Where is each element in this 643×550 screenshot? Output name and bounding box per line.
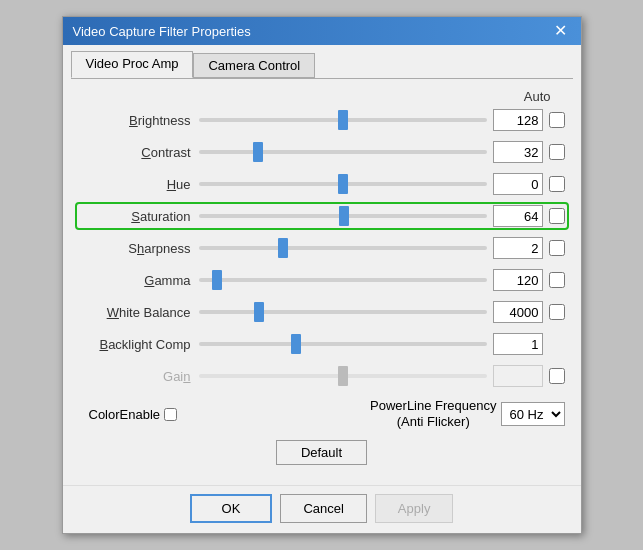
contrast-label: Contrast: [79, 145, 199, 160]
color-enable-checkbox[interactable]: [164, 408, 177, 421]
dialog-title: Video Capture Filter Properties: [73, 24, 251, 39]
gamma-value[interactable]: [493, 269, 543, 291]
dialog: Video Capture Filter Properties ✕ Video …: [62, 16, 582, 533]
gain-auto-checkbox[interactable]: [549, 368, 565, 384]
saturation-value[interactable]: [493, 205, 543, 227]
sharpness-slider-container: [199, 238, 487, 258]
powerline-group: PowerLine Frequency(Anti Flicker) 60 Hz …: [370, 398, 564, 429]
tab-camera-control[interactable]: Camera Control: [193, 53, 315, 78]
powerline-label: PowerLine Frequency(Anti Flicker): [370, 398, 496, 429]
hue-value[interactable]: [493, 173, 543, 195]
tab-video-proc-amp[interactable]: Video Proc Amp: [71, 51, 194, 78]
hue-slider[interactable]: [199, 174, 487, 194]
default-button[interactable]: Default: [276, 440, 367, 465]
gamma-auto-checkbox[interactable]: [549, 272, 565, 288]
white-balance-value[interactable]: [493, 301, 543, 323]
ok-button[interactable]: OK: [190, 494, 273, 523]
backlight-comp-slider-container: [199, 334, 487, 354]
apply-button[interactable]: Apply: [375, 494, 454, 523]
saturation-label: Saturation: [79, 209, 199, 224]
color-enable-label: ColorEnable: [89, 407, 161, 422]
gain-value: [493, 365, 543, 387]
dialog-button-row: OK Cancel Apply: [63, 485, 581, 533]
contrast-auto-checkbox[interactable]: [549, 144, 565, 160]
white-balance-slider[interactable]: [199, 302, 487, 322]
backlight-comp-slider[interactable]: [199, 334, 487, 354]
color-enable-group: ColorEnable: [89, 407, 178, 422]
gamma-slider-container: [199, 270, 487, 290]
hue-auto-checkbox[interactable]: [549, 176, 565, 192]
title-bar: Video Capture Filter Properties ✕: [63, 17, 581, 45]
gain-row: Gain: [79, 362, 565, 390]
white-balance-auto-checkbox[interactable]: [549, 304, 565, 320]
auto-header: Auto: [79, 89, 565, 106]
brightness-value[interactable]: [493, 109, 543, 131]
white-balance-slider-container: [199, 302, 487, 322]
tabs-container: Video Proc Amp Camera Control: [63, 45, 581, 78]
gain-label: Gain: [79, 369, 199, 384]
cancel-button[interactable]: Cancel: [280, 494, 366, 523]
saturation-slider[interactable]: [199, 206, 487, 226]
backlight-comp-value[interactable]: [493, 333, 543, 355]
gain-slider: [199, 366, 487, 386]
backlight-comp-row: Backlight Comp: [79, 330, 565, 358]
saturation-row: Saturation: [75, 202, 569, 230]
brightness-row: Brightness: [79, 106, 565, 134]
contrast-slider-container: [199, 142, 487, 162]
saturation-slider-container: [199, 206, 487, 226]
contrast-value[interactable]: [493, 141, 543, 163]
hue-label: Hue: [79, 177, 199, 192]
contrast-row: Contrast: [79, 138, 565, 166]
powerline-frequency-select[interactable]: 60 Hz 50 Hz: [501, 402, 565, 426]
brightness-slider[interactable]: [199, 110, 487, 130]
hue-slider-container: [199, 174, 487, 194]
sharpness-value[interactable]: [493, 237, 543, 259]
hue-row: Hue: [79, 170, 565, 198]
bottom-controls-row: ColorEnable PowerLine Frequency(Anti Fli…: [79, 394, 565, 435]
backlight-comp-label: Backlight Comp: [79, 337, 199, 352]
white-balance-row: White Balance: [79, 298, 565, 326]
brightness-label: Brightness: [79, 113, 199, 128]
white-balance-label: White Balance: [79, 305, 199, 320]
gamma-row: Gamma: [79, 266, 565, 294]
sharpness-auto-checkbox[interactable]: [549, 240, 565, 256]
saturation-auto-checkbox[interactable]: [549, 208, 565, 224]
content-area: Auto Brightness Contrast Hue: [63, 79, 581, 484]
sharpness-label: Sharpness: [79, 241, 199, 256]
brightness-auto-checkbox[interactable]: [549, 112, 565, 128]
sharpness-row: Sharpness: [79, 234, 565, 262]
brightness-slider-container: [199, 110, 487, 130]
close-button[interactable]: ✕: [550, 23, 571, 39]
gain-slider-container: [199, 366, 487, 386]
gamma-slider[interactable]: [199, 270, 487, 290]
sharpness-slider[interactable]: [199, 238, 487, 258]
contrast-slider[interactable]: [199, 142, 487, 162]
gamma-label: Gamma: [79, 273, 199, 288]
